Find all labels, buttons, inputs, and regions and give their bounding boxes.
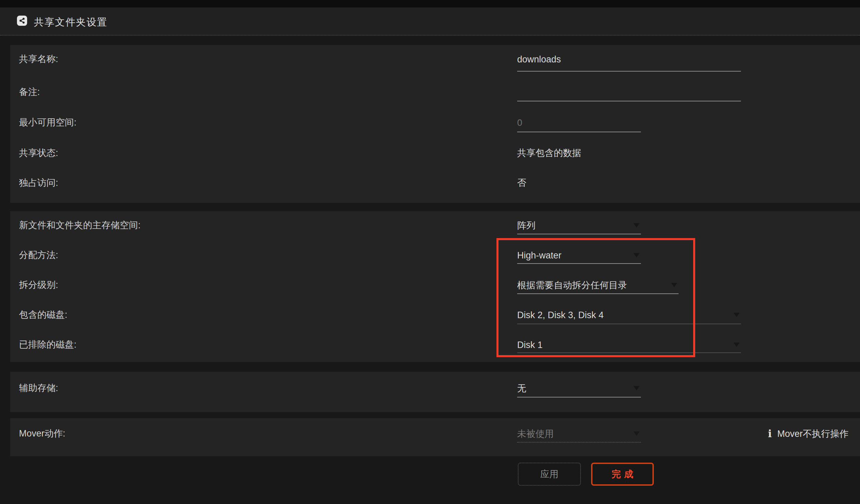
included-disks-select[interactable]: Disk 2, Disk 3, Disk 4 — [517, 309, 741, 324]
min-free-label: 最小可用空间: — [19, 117, 77, 128]
chevron-down-icon — [633, 386, 640, 390]
included-disks-value: Disk 2, Disk 3, Disk 4 — [517, 309, 741, 321]
mover-note: i Mover不执行操作 — [768, 428, 848, 440]
primary-storage-value: 阵列 — [517, 220, 641, 231]
included-disks-label: 包含的磁盘: — [19, 309, 68, 320]
share-name-input[interactable]: downloads — [517, 54, 741, 72]
share-settings-panel: 共享名称: downloads 备注: 最小可用空间: 0 共享状态: 共享包含… — [10, 45, 860, 203]
storage-settings-panel: 新文件和文件夹的主存储空间: 阵列 分配方法: High-water 拆分级别:… — [10, 211, 860, 362]
share-icon[interactable] — [17, 16, 27, 26]
header-bar: 共享文件夹设置 — [0, 8, 860, 35]
split-level-label: 拆分级别: — [19, 279, 58, 291]
chevron-down-icon — [671, 283, 677, 287]
split-level-select[interactable]: 根据需要自动拆分任何目录 — [517, 279, 678, 294]
mover-note-text: Mover不执行操作 — [777, 428, 848, 440]
chevron-down-icon — [633, 431, 640, 436]
primary-storage-label: 新文件和文件夹的主存储空间: — [19, 219, 141, 231]
exclusive-access-label: 独占访问: — [19, 177, 58, 189]
chevron-down-icon — [733, 313, 740, 317]
allocation-method-label: 分配方法: — [19, 249, 58, 261]
excluded-disks-value: Disk 1 — [517, 339, 741, 351]
mover-action-value: 未被使用 — [517, 428, 641, 440]
split-level-value: 根据需要自动拆分任何目录 — [517, 279, 678, 291]
info-icon: i — [768, 428, 772, 440]
excluded-disks-label: 已排除的磁盘: — [19, 339, 77, 350]
min-free-input[interactable]: 0 — [517, 117, 641, 132]
share-status-value: 共享包含的数据 — [517, 147, 581, 159]
page-title: 共享文件夹设置 — [34, 16, 108, 29]
exclusive-access-value: 否 — [517, 177, 526, 189]
secondary-storage-select[interactable]: 无 — [517, 383, 641, 398]
secondary-storage-value: 无 — [517, 383, 641, 394]
chevron-down-icon — [733, 343, 740, 347]
share-status-label: 共享状态: — [19, 147, 58, 159]
chevron-down-icon — [633, 223, 640, 228]
min-free-placeholder: 0 — [517, 117, 641, 129]
chevron-down-icon — [633, 253, 640, 257]
excluded-disks-select[interactable]: Disk 1 — [517, 339, 741, 353]
secondary-storage-panel: 辅助存储: 无 — [10, 372, 860, 412]
secondary-storage-label: 辅助存储: — [19, 382, 58, 394]
top-strip — [0, 0, 860, 8]
done-button[interactable]: 完成 — [591, 463, 654, 486]
share-name-label: 共享名称: — [19, 53, 58, 65]
allocation-method-select[interactable]: High-water — [517, 250, 641, 264]
comments-input[interactable] — [517, 86, 741, 101]
mover-action-select[interactable]: 未被使用 — [517, 428, 641, 443]
mover-action-panel: Mover动作: 未被使用 — [10, 418, 860, 456]
allocation-method-value: High-water — [517, 250, 641, 261]
mover-action-label: Mover动作: — [19, 428, 66, 439]
primary-storage-select[interactable]: 阵列 — [517, 220, 641, 234]
comments-label: 备注: — [19, 86, 40, 98]
apply-button[interactable]: 应用 — [518, 463, 581, 486]
share-name-value: downloads — [517, 54, 741, 65]
